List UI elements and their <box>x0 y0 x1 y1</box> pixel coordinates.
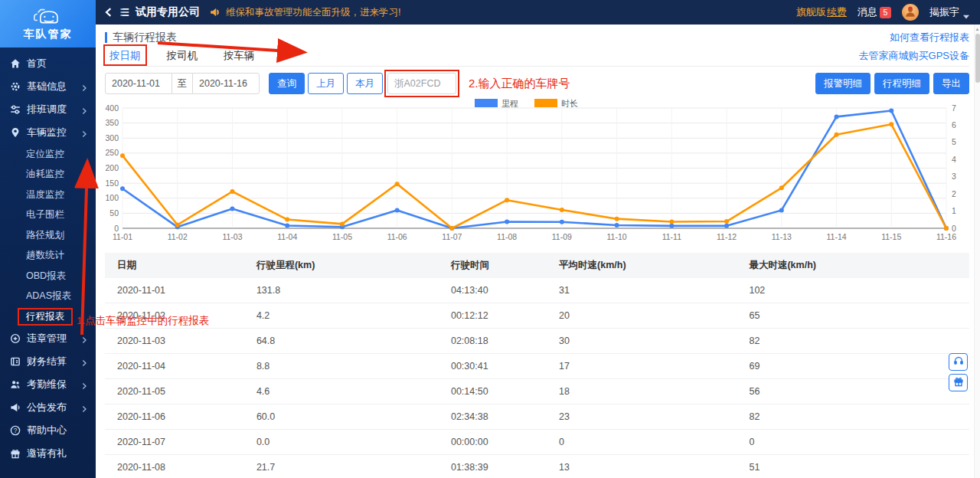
app-logo[interactable]: 车队管家 <box>0 0 96 47</box>
table-row[interactable]: 2020-11-054.600:14:501856 <box>105 379 969 404</box>
sidebar-subitem-label: OBD报表 <box>26 270 66 281</box>
table-cell: 56 <box>744 379 969 404</box>
search-button[interactable]: 查询 <box>269 73 305 94</box>
table-row[interactable]: 2020-11-0660.002:34:382382 <box>105 404 969 430</box>
message-count-badge: 5 <box>880 7 891 18</box>
table-row[interactable]: 2020-11-0821.701:38:391351 <box>105 455 969 478</box>
export-button[interactable]: 导出 <box>933 73 969 94</box>
trip-detail-button[interactable]: 行程明细 <box>874 73 929 94</box>
chevron-right-icon <box>80 381 88 388</box>
sidebar-subitem-label: 电子围栏 <box>26 209 64 220</box>
sidebar-item-temperature-monitor[interactable]: 温度监控 <box>0 185 96 205</box>
tab-by-date[interactable]: 按日期 <box>109 49 141 63</box>
table-cell: 65 <box>744 303 969 329</box>
svg-text:11-09: 11-09 <box>552 232 572 241</box>
customer-service-button[interactable] <box>949 353 968 371</box>
svg-text:100: 100 <box>105 193 119 202</box>
svg-text:7: 7 <box>952 103 956 113</box>
sidebar-item-fuel-monitor[interactable]: 油耗监控 <box>0 165 96 185</box>
org-list-icon[interactable] <box>119 7 130 18</box>
sidebar-item-dispatch[interactable]: 排班调度 <box>0 98 96 121</box>
sidebar-item-home[interactable]: 首页 <box>0 52 96 75</box>
scrollbar[interactable]: ▲ <box>974 25 980 478</box>
table-cell: 51 <box>744 455 969 478</box>
user-menu[interactable]: 揭振宇 <box>929 5 969 19</box>
sidebar-item-help[interactable]: ?帮助中心 <box>0 419 96 442</box>
sidebar-item-location-monitor[interactable]: 定位监控 <box>0 144 96 165</box>
plan-badge[interactable]: 旗舰版续费 <box>796 5 847 19</box>
users-icon <box>10 379 21 390</box>
table-cell: 21.7 <box>252 455 446 478</box>
tabs: 按日期按司机按车辆 <box>105 49 255 63</box>
plate-input[interactable] <box>387 73 456 94</box>
sidebar-item-vehicle-monitor[interactable]: 车辆监控 <box>0 121 96 144</box>
this-month-button[interactable]: 本月 <box>347 73 383 94</box>
tab-label: 按司机 <box>167 50 198 61</box>
tab-by-driver[interactable]: 按司机 <box>167 49 198 63</box>
date-from-input[interactable] <box>105 73 172 94</box>
sidebar-item-attendance[interactable]: 考勤维保 <box>0 373 96 396</box>
sidebar-item-adas-report[interactable]: ADAS报表 <box>0 286 96 307</box>
sidebar-item-basic-info[interactable]: 基础信息 <box>0 75 96 98</box>
sidebar-subitem-label: 油耗监控 <box>26 169 64 179</box>
table-row[interactable]: 2020-11-048.800:30:411769 <box>105 354 969 379</box>
gift-button[interactable] <box>949 374 968 391</box>
table-row[interactable]: 2020-11-01131.804:13:4031102 <box>105 278 969 303</box>
sidebar-item-announcement[interactable]: 公告发布 <box>0 396 96 419</box>
speaker-icon <box>210 7 220 18</box>
renew-link[interactable]: 续费 <box>827 6 847 18</box>
sidebar-subitem-label: 定位监控 <box>26 149 64 159</box>
table-cell: 82 <box>744 404 969 430</box>
sidebar-item-violation[interactable]: 违章管理 <box>0 327 96 350</box>
sidebar: 车队管家 首页基础信息排班调度车辆监控定位监控油耗监控温度监控电子围栏路径规划趟… <box>0 0 96 478</box>
announcement-text[interactable]: 维保和事故管理功能全面升级，进来学习! <box>226 6 400 19</box>
alarm-detail-button[interactable]: 报警明细 <box>815 73 871 94</box>
help-link[interactable]: 如何查看行程报表 <box>890 31 969 44</box>
sidebar-item-geo-fence[interactable]: 电子围栏 <box>0 205 96 226</box>
page-title: 车辆行程报表 <box>113 31 177 44</box>
table-row[interactable]: 2020-11-024.200:12:122065 <box>105 303 969 329</box>
table-row[interactable]: 2020-11-0364.802:08:183082 <box>105 329 969 354</box>
sidebar-item-trip-count[interactable]: 趟数统计 <box>0 246 96 267</box>
location-pin-icon <box>10 127 21 138</box>
sidebar-item-obd-report[interactable]: OBD报表 <box>0 266 96 286</box>
scrollbar-thumb[interactable] <box>975 34 980 83</box>
plan-label: 旗舰版 <box>796 6 826 18</box>
collapse-icon[interactable] <box>103 7 114 18</box>
table-cell: 2020-11-06 <box>105 404 252 430</box>
table-cell: 23 <box>554 404 744 430</box>
title-accent-bar <box>105 32 107 43</box>
table-cell: 17 <box>554 354 744 379</box>
tab-by-vehicle[interactable]: 按车辆 <box>224 49 255 63</box>
date-to-input[interactable] <box>192 73 260 94</box>
sidebar-item-invite[interactable]: 邀请有礼 <box>0 442 96 465</box>
svg-text:里程: 里程 <box>501 99 518 108</box>
chevron-right-icon <box>80 404 88 411</box>
svg-text:300: 300 <box>105 133 119 142</box>
svg-text:0: 0 <box>952 224 956 233</box>
scrollbar-up-arrow[interactable]: ▲ <box>975 25 980 31</box>
shop-link[interactable]: 去管家商城购买GPS设备 <box>859 49 969 63</box>
trip-chart-svg: 里程时长0501001502002503003504000123456711-0… <box>105 97 969 248</box>
svg-text:11-16: 11-16 <box>936 232 956 241</box>
column-header: 平均时速(km/h) <box>554 253 744 278</box>
chevron-right-icon <box>80 358 88 365</box>
sidebar-menu: 首页基础信息排班调度车辆监控定位监控油耗监控温度监控电子围栏路径规划趟数统计OB… <box>0 47 96 465</box>
prev-month-button[interactable]: 上月 <box>308 73 344 94</box>
sidebar-item-route-planning[interactable]: 路径规划 <box>0 225 96 246</box>
table-cell: 4.6 <box>252 379 446 404</box>
table-cell: 60.0 <box>252 404 446 430</box>
avatar[interactable] <box>902 4 919 21</box>
table-row[interactable]: 2020-11-070.000:00:0000 <box>105 430 969 455</box>
sidebar-item-finance[interactable]: 财务结算 <box>0 350 96 373</box>
svg-text:?: ? <box>14 427 18 434</box>
megaphone-icon <box>10 402 21 413</box>
annotation-step1: 1.点击车辆监控中的行程报表 <box>77 314 209 328</box>
column-header: 最大时速(km/h) <box>744 253 969 278</box>
svg-text:3: 3 <box>952 172 956 181</box>
topbar: 试用专用公司 维保和事故管理功能全面升级，进来学习! 旗舰版续费 消息 5 揭振… <box>96 0 980 25</box>
svg-text:6: 6 <box>952 120 956 129</box>
sidebar-item-label: 财务结算 <box>27 355 67 368</box>
messages-link[interactable]: 消息 5 <box>858 5 891 19</box>
company-name[interactable]: 试用专用公司 <box>136 5 200 19</box>
